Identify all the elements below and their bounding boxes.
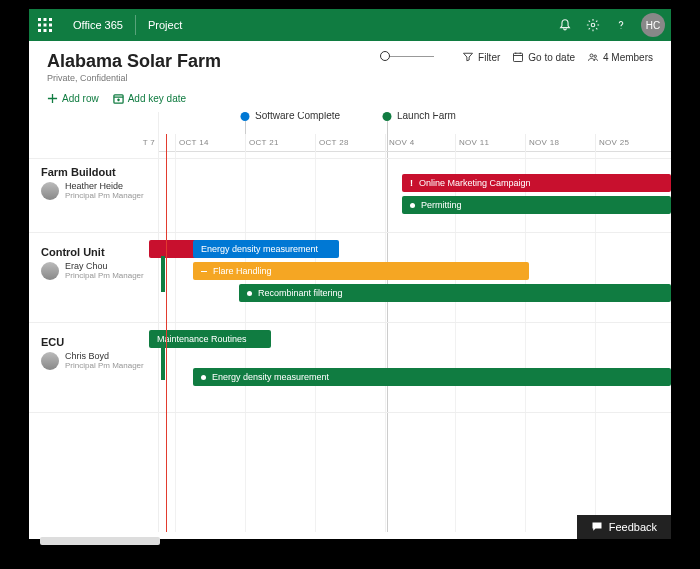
- horizontal-scrollbar[interactable]: [40, 537, 160, 545]
- task-bar[interactable]: Maintenance Routines: [149, 330, 271, 348]
- notifications-icon[interactable]: [551, 18, 579, 32]
- goto-date-button[interactable]: Go to date: [512, 51, 575, 63]
- brand-label: Office 365: [61, 15, 136, 35]
- group-name: Farm Buildout: [41, 166, 151, 178]
- add-key-date-button[interactable]: Add key date: [113, 93, 186, 104]
- svg-rect-5: [49, 24, 52, 27]
- svg-rect-10: [514, 53, 523, 61]
- task-label: Energy density measurement: [201, 244, 318, 254]
- task-bar[interactable]: Energy density measurement: [193, 240, 339, 258]
- group-bracket: [161, 256, 165, 292]
- axis-left-tick: T 7: [129, 134, 159, 152]
- group-name: ECU: [41, 336, 151, 348]
- svg-rect-0: [38, 18, 41, 21]
- group-header: Control UnitEray ChouPrincipal Pm Manage…: [29, 238, 159, 281]
- person-avatar: [41, 352, 59, 370]
- group-header: Farm BuildoutHeather HeidePrincipal Pm M…: [29, 158, 159, 201]
- feedback-button[interactable]: Feedback: [577, 515, 671, 539]
- person-role: Principal Pm Manager: [65, 362, 144, 371]
- task-label: Permitting: [421, 200, 462, 210]
- svg-rect-3: [38, 24, 41, 27]
- app-window: Office 365 Project HC Alabama Solar Farm…: [29, 9, 671, 539]
- svg-point-12: [594, 55, 596, 57]
- axis-tick: OCT 28: [315, 134, 349, 152]
- task-bar[interactable]: Flare Handling: [193, 262, 529, 280]
- timeline-chart: Software CompleteLaunch Farm T 7 OCT 14O…: [29, 112, 671, 532]
- axis-tick: OCT 14: [175, 134, 209, 152]
- user-avatar[interactable]: HC: [641, 13, 665, 37]
- add-row-button[interactable]: Add row: [47, 93, 99, 104]
- task-label: Online Marketing Campaign: [419, 178, 531, 188]
- axis-tick: NOV 25: [595, 134, 629, 152]
- task-label: Recombinant filtering: [258, 288, 343, 298]
- task-bar[interactable]: !Online Marketing Campaign: [402, 174, 671, 192]
- filter-button[interactable]: Filter: [462, 51, 500, 63]
- person-avatar: [41, 262, 59, 280]
- task-bar[interactable]: Recombinant filtering: [239, 284, 671, 302]
- axis-tick: NOV 18: [525, 134, 559, 152]
- person-role: Principal Pm Manager: [65, 272, 144, 281]
- members-button[interactable]: 4 Members: [587, 51, 653, 63]
- svg-rect-2: [49, 18, 52, 21]
- help-icon[interactable]: [607, 18, 635, 32]
- app-launcher[interactable]: [29, 18, 61, 32]
- svg-point-9: [591, 23, 595, 27]
- task-bar[interactable]: Energy density measurement: [193, 368, 671, 386]
- today-line: [166, 134, 167, 532]
- project-header: Alabama Solar Farm Private, Confidential…: [29, 41, 671, 89]
- action-bar: Add row Add key date: [29, 89, 671, 112]
- person-avatar: [41, 182, 59, 200]
- settings-icon[interactable]: [579, 18, 607, 32]
- group-owner[interactable]: Heather HeidePrincipal Pm Manager: [41, 182, 151, 201]
- svg-rect-8: [49, 29, 52, 32]
- svg-rect-7: [44, 29, 47, 32]
- task-label: Flare Handling: [213, 266, 272, 276]
- date-axis: T 7 OCT 14OCT 21OCT 28NOV 4NOV 11NOV 18N…: [159, 134, 671, 152]
- svg-rect-1: [44, 18, 47, 21]
- svg-rect-6: [38, 29, 41, 32]
- task-label: Energy density measurement: [212, 372, 329, 382]
- group-bracket: [161, 344, 165, 380]
- task-label: Maintenance Routines: [157, 334, 247, 344]
- app-label: Project: [136, 19, 194, 31]
- project-title: Alabama Solar Farm: [47, 51, 221, 72]
- project-subtitle: Private, Confidential: [47, 73, 221, 83]
- group-header: ECUChris BoydPrincipal Pm Manager: [29, 328, 159, 371]
- task-bar[interactable]: Permitting: [402, 196, 671, 214]
- person-role: Principal Pm Manager: [65, 192, 144, 201]
- zoom-slider[interactable]: [380, 51, 434, 61]
- svg-rect-4: [44, 24, 47, 27]
- group-owner[interactable]: Eray ChouPrincipal Pm Manager: [41, 262, 151, 281]
- svg-point-11: [590, 54, 593, 57]
- axis-tick: NOV 11: [455, 134, 489, 152]
- axis-tick: NOV 4: [385, 134, 415, 152]
- group-name: Control Unit: [41, 246, 151, 258]
- axis-tick: OCT 21: [245, 134, 279, 152]
- topbar: Office 365 Project HC: [29, 9, 671, 41]
- group-owner[interactable]: Chris BoydPrincipal Pm Manager: [41, 352, 151, 371]
